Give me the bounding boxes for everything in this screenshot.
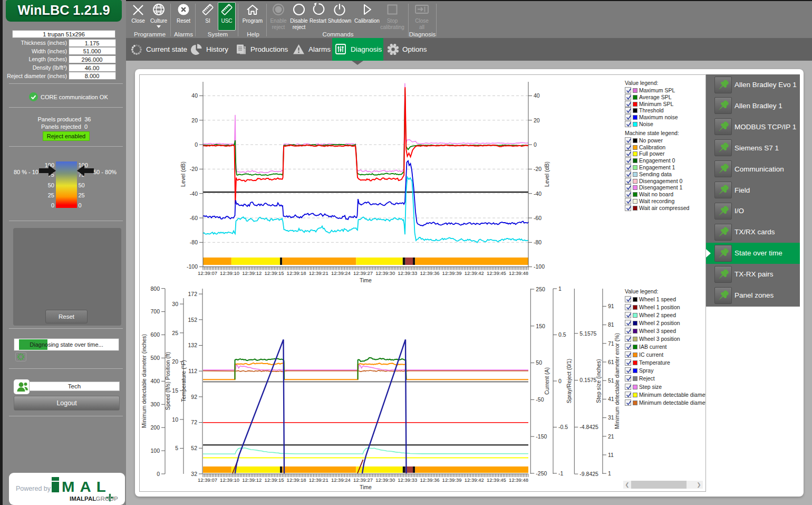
svg-text:Time: Time [360,484,372,490]
svg-text:Speed (ft/s) Position (ft): Speed (ft/s) Position (ft) [165,352,171,410]
svg-text:12:39:24: 12:39:24 [331,270,351,276]
svg-text:-40: -40 [534,190,542,197]
svg-text:5: 5 [175,445,178,451]
svg-text:172: 172 [188,291,197,297]
svg-text:-0.5: -0.5 [558,424,568,430]
svg-text:12:39:15: 12:39:15 [265,270,284,276]
svg-text:30: 30 [172,301,178,307]
svg-text:Level (dB): Level (dB) [544,161,550,187]
svg-text:132: 132 [188,342,197,348]
svg-text:700: 700 [150,308,160,315]
svg-text:300: 300 [150,401,160,407]
svg-text:MAL: MAL [62,479,111,495]
svg-text:-80: -80 [534,239,542,245]
svg-text:12:39:27: 12:39:27 [353,270,373,276]
svg-text:-150: -150 [536,433,547,440]
svg-text:12:39:10: 12:39:10 [220,477,239,483]
svg-text:72: 72 [191,419,197,425]
svg-text:-9.8425: -9.8425 [579,471,598,477]
svg-text:12:39:39: 12:39:39 [442,270,462,276]
svg-text:-60: -60 [534,215,542,221]
svg-text:Current (A): Current (A) [544,367,550,395]
svg-text:12:39:30: 12:39:30 [375,270,395,276]
svg-text:0: 0 [534,141,537,148]
svg-text:12:39:18: 12:39:18 [287,270,306,276]
svg-text:250: 250 [536,286,545,292]
svg-text:0.1575: 0.1575 [579,377,596,383]
svg-text:0: 0 [157,471,160,477]
svg-text:81: 81 [608,321,614,328]
svg-text:20: 20 [191,117,198,123]
svg-text:Minimum detectable diameter er: Minimum detectable diameter error (%) [614,333,620,429]
svg-text:Level (dB): Level (dB) [180,161,186,187]
svg-text:-100: -100 [534,263,545,270]
svg-text:-50: -50 [536,396,544,403]
svg-text:12:39:21: 12:39:21 [309,477,328,483]
svg-text:-80: -80 [190,239,198,245]
svg-text:0: 0 [558,378,562,384]
svg-text:12:39:45: 12:39:45 [487,270,506,276]
svg-text:20: 20 [172,358,178,365]
svg-text:12:39:36: 12:39:36 [420,270,440,276]
svg-text:-4.8425: -4.8425 [579,424,598,430]
svg-text:Temperature (°F): Temperature (°F) [180,360,187,402]
svg-text:800: 800 [150,285,160,292]
svg-text:IMALPAL: IMALPAL [70,496,96,502]
svg-text:12:39:12: 12:39:12 [242,270,262,276]
svg-text:52: 52 [191,445,197,451]
svg-text:Time: Time [360,277,372,283]
svg-text:12:39:33: 12:39:33 [398,477,417,483]
svg-text:12:39:45: 12:39:45 [487,477,506,483]
svg-text:12:39:07: 12:39:07 [198,270,217,276]
svg-text:600: 600 [150,331,160,338]
svg-text:0.5: 0.5 [558,331,566,338]
svg-text:41: 41 [608,396,614,402]
svg-text:32: 32 [191,471,197,477]
svg-text:-250: -250 [536,470,547,477]
svg-text:25: 25 [172,330,178,336]
svg-text:500: 500 [150,355,160,361]
svg-text:-60: -60 [190,215,198,221]
svg-text:12:39:42: 12:39:42 [465,477,484,483]
svg-text:92: 92 [191,394,197,400]
svg-text:50: 50 [536,359,542,366]
svg-text:12:39:27: 12:39:27 [353,477,373,483]
svg-text:12:39:48: 12:39:48 [509,477,528,483]
svg-text:152: 152 [188,317,197,323]
svg-text:200: 200 [150,424,160,431]
svg-text:12:39:21: 12:39:21 [309,270,328,276]
svg-text:-20: -20 [534,166,542,172]
svg-text:-1: -1 [558,470,563,477]
svg-text:15: 15 [172,387,178,394]
svg-text:GROUP: GROUP [96,496,119,502]
svg-text:400: 400 [150,378,160,384]
svg-text:0: 0 [195,141,198,148]
svg-text:-20: -20 [190,166,198,172]
svg-text:12:39:24: 12:39:24 [331,477,351,483]
svg-text:1: 1 [558,285,562,292]
svg-text:20: 20 [534,117,540,123]
svg-text:112: 112 [188,368,197,374]
svg-text:Minimum detectable diameter (i: Minimum detectable diameter (inches) [141,334,147,428]
svg-text:12:39:15: 12:39:15 [265,477,284,483]
svg-text:12:39:07: 12:39:07 [198,477,217,483]
svg-text:12:39:39: 12:39:39 [442,477,462,483]
svg-text:91: 91 [608,303,614,309]
svg-text:12:39:10: 12:39:10 [220,270,239,276]
svg-text:51: 51 [608,377,614,384]
svg-text:40: 40 [191,92,198,99]
svg-text:31: 31 [608,414,614,421]
svg-text:Step size (inches): Step size (inches) [595,359,602,403]
svg-text:150: 150 [536,323,545,329]
svg-text:40: 40 [534,92,540,99]
svg-text:12:39:42: 12:39:42 [465,270,484,276]
svg-text:12:39:36: 12:39:36 [420,477,440,483]
svg-text:1: 1 [608,470,611,477]
svg-text:11: 11 [608,452,614,458]
svg-text:Spray/Reject (0/1): Spray/Reject (0/1) [566,359,572,404]
svg-text:12:39:48: 12:39:48 [509,270,528,276]
svg-text:12:39:33: 12:39:33 [398,270,417,276]
svg-text:100: 100 [150,447,160,454]
svg-text:-100: -100 [187,263,198,270]
svg-text:12:39:30: 12:39:30 [375,477,395,483]
